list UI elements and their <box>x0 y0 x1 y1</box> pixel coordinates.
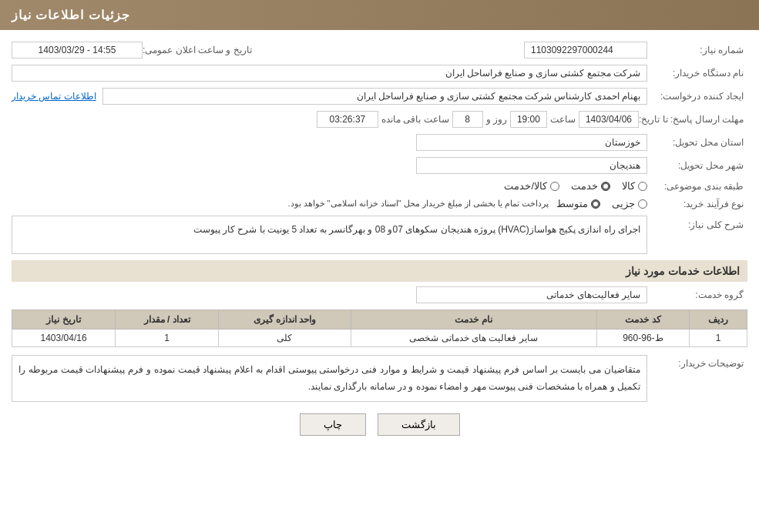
category-radio-group: کالا خدمت کالا/خدمت <box>504 180 647 192</box>
creator-label: ایجاد کننده درخواست: <box>647 91 747 102</box>
description-box: اجرای راه اندازی پکیج هواساز(HVAC) پروژه… <box>12 216 647 254</box>
process-radio-motosat <box>591 199 600 209</box>
province-label: استان محل تحویل: <box>647 137 747 148</box>
cell-name: سایر فعالیت های خدماتی شخصی <box>351 330 596 347</box>
category-option-both[interactable]: کالا/خدمت <box>504 180 559 192</box>
buyer-notes-label: توضیحات خریدار: <box>647 355 747 369</box>
announcement-date-value: 1403/03/29 - 14:55 <box>12 42 143 59</box>
cell-unit: کلی <box>219 330 351 347</box>
services-section-header: اطلاعات خدمات مورد نیاز <box>12 260 747 282</box>
province-value: خوزستان <box>416 134 647 151</box>
buyer-notes-value: متقاضیان می بایست بر اساس فرم پیشنهاد قی… <box>18 364 640 392</box>
col-name: نام خدمت <box>351 310 596 330</box>
back-button[interactable]: بازگشت <box>378 413 460 436</box>
action-buttons: بازگشت چاپ <box>12 413 747 436</box>
table-row: 1 ط-96-960 سایر فعالیت های خدماتی شخصی ک… <box>12 330 747 347</box>
need-number-label: شماره نیاز: <box>647 45 747 55</box>
category-radio-both <box>550 182 559 191</box>
process-option-motosat[interactable]: متوسط <box>556 198 600 209</box>
category-label: طبقه بندی موضوعی: <box>647 181 747 192</box>
reply-deadline-label: مهلت ارسال پاسخ: تا تاریخ: <box>639 114 747 125</box>
cell-qty: 1 <box>116 330 219 347</box>
category-label-both: کالا/خدمت <box>504 180 547 192</box>
reply-date: 1403/04/06 <box>579 111 639 128</box>
reply-time: 19:00 <box>510 111 547 128</box>
category-option-khedmat[interactable]: خدمت <box>571 180 610 192</box>
cell-code: ط-96-960 <box>596 330 690 347</box>
print-button[interactable]: چاپ <box>300 413 366 436</box>
buyer-org-label: نام دستگاه خریدار: <box>647 68 747 79</box>
process-label-motosat: متوسط <box>556 198 588 209</box>
col-row: ردیف <box>690 310 747 330</box>
category-label-kala: کالا <box>622 180 635 192</box>
description-value: اجرای راه اندازی پکیج هواساز(HVAC) پروژه… <box>193 224 640 235</box>
description-label: شرح کلی نیاز: <box>647 216 747 230</box>
category-label-khedmat: خدمت <box>571 180 598 192</box>
process-radio-group: جزیی متوسط <box>556 198 647 209</box>
cell-row: 1 <box>690 330 747 347</box>
process-radio-jozi <box>638 199 647 209</box>
cell-date: 1403/04/16 <box>12 330 116 347</box>
need-number-value: 1103092297000244 <box>524 42 647 59</box>
reply-days-label: روز و <box>486 114 507 125</box>
process-note: پرداخت تمام یا بخشی از مبلغ خریدار محل "… <box>12 199 549 209</box>
category-radio-kala <box>638 182 647 191</box>
services-table: ردیف کد خدمت نام خدمت واحد اندازه گیری ت… <box>12 309 747 347</box>
service-group-value: سایر فعالیت‌های خدماتی <box>416 286 647 303</box>
col-unit: واحد اندازه گیری <box>219 310 351 330</box>
buyer-org-value: شرکت مجتمع کشتی سازی و صنایع فراساحل ایر… <box>12 65 647 82</box>
process-option-jozi[interactable]: جزیی <box>612 198 647 209</box>
city-label: شهر محل تحویل: <box>647 160 747 171</box>
buyer-notes-box: متقاضیان می بایست بر اساس فرم پیشنهاد قی… <box>12 355 647 402</box>
process-label-jozi: جزیی <box>612 198 635 209</box>
col-code: کد خدمت <box>596 310 690 330</box>
col-date: تاریخ نیاز <box>12 310 116 330</box>
creator-contact-link[interactable]: اطلاعات تماس خریدار <box>12 91 96 102</box>
reply-days: 8 <box>452 111 483 128</box>
reply-time-label: ساعت <box>550 114 576 125</box>
col-qty: تعداد / مقدار <box>116 310 219 330</box>
category-option-kala[interactable]: کالا <box>622 180 647 192</box>
service-group-label: گروه خدمت: <box>647 289 747 300</box>
announcement-date-label: تاریخ و ساعت اعلان عمومی: <box>143 45 256 55</box>
city-value: هندیجان <box>416 157 647 174</box>
header-title: جزئیات اطلاعات نیاز <box>12 8 130 22</box>
reply-remaining: 03:26:37 <box>317 111 378 128</box>
category-radio-khedmat <box>601 182 610 191</box>
process-label: نوع فرآیند خرید: <box>647 199 747 209</box>
creator-value: بهنام احمدی کارشناس شرکت مجتمع کشتی سازی… <box>102 88 647 105</box>
page-header: جزئیات اطلاعات نیاز <box>0 0 759 30</box>
reply-remaining-label: ساعت باقی مانده <box>381 114 449 125</box>
